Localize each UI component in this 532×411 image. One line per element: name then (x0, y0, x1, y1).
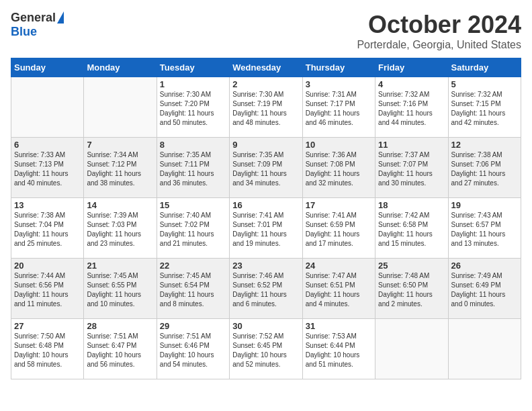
day-info: Sunrise: 7:30 AM Sunset: 7:20 PM Dayligh… (160, 90, 226, 128)
day-number: 8 (160, 140, 226, 150)
day-cell: 15Sunrise: 7:40 AM Sunset: 7:02 PM Dayli… (157, 198, 229, 259)
day-info: Sunrise: 7:44 AM Sunset: 6:56 PM Dayligh… (14, 271, 81, 309)
day-cell: 5Sunrise: 7:32 AM Sunset: 7:15 PM Daylig… (448, 77, 521, 138)
day-cell: 31Sunrise: 7:53 AM Sunset: 6:44 PM Dayli… (302, 319, 375, 379)
day-info: Sunrise: 7:53 AM Sunset: 6:44 PM Dayligh… (306, 332, 372, 369)
day-info: Sunrise: 7:52 AM Sunset: 6:45 PM Dayligh… (232, 332, 299, 369)
day-number: 26 (451, 261, 518, 271)
day-cell: 11Sunrise: 7:37 AM Sunset: 7:07 PM Dayli… (375, 138, 448, 198)
day-number: 1 (160, 79, 226, 89)
day-cell (84, 77, 157, 138)
day-number: 25 (378, 261, 445, 271)
day-cell: 9Sunrise: 7:35 AM Sunset: 7:09 PM Daylig… (230, 138, 302, 198)
day-cell: 22Sunrise: 7:45 AM Sunset: 6:54 PM Dayli… (157, 259, 229, 319)
day-info: Sunrise: 7:33 AM Sunset: 7:13 PM Dayligh… (14, 150, 81, 188)
day-cell: 18Sunrise: 7:42 AM Sunset: 6:58 PM Dayli… (375, 198, 448, 259)
day-info: Sunrise: 7:43 AM Sunset: 6:57 PM Dayligh… (451, 211, 518, 248)
day-number: 31 (306, 321, 372, 331)
day-number: 10 (306, 140, 372, 150)
day-cell: 8Sunrise: 7:35 AM Sunset: 7:11 PM Daylig… (157, 138, 229, 198)
day-number: 16 (232, 200, 299, 210)
title-block: October 2024 Porterdale, Georgia, United… (357, 11, 521, 51)
day-info: Sunrise: 7:37 AM Sunset: 7:07 PM Dayligh… (378, 150, 445, 188)
day-cell (11, 77, 84, 138)
day-number: 5 (451, 79, 518, 89)
day-number: 11 (378, 140, 445, 150)
day-cell: 20Sunrise: 7:44 AM Sunset: 6:56 PM Dayli… (11, 259, 84, 319)
day-number: 6 (14, 140, 81, 150)
day-info: Sunrise: 7:30 AM Sunset: 7:19 PM Dayligh… (232, 90, 299, 128)
day-number: 19 (451, 200, 518, 210)
day-info: Sunrise: 7:35 AM Sunset: 7:11 PM Dayligh… (160, 150, 226, 188)
day-info: Sunrise: 7:51 AM Sunset: 6:46 PM Dayligh… (160, 332, 226, 369)
weekday-header-row: SundayMondayTuesdayWednesdayThursdayFrid… (11, 58, 521, 77)
day-number: 14 (87, 200, 153, 210)
day-cell: 25Sunrise: 7:48 AM Sunset: 6:50 PM Dayli… (375, 259, 448, 319)
day-info: Sunrise: 7:45 AM Sunset: 6:55 PM Dayligh… (87, 271, 153, 309)
day-cell (375, 319, 448, 379)
week-row-5: 27Sunrise: 7:50 AM Sunset: 6:48 PM Dayli… (11, 319, 521, 379)
weekday-header-tuesday: Tuesday (157, 58, 229, 77)
header: General Blue October 2024 Porterdale, Ge… (11, 11, 521, 51)
day-cell: 27Sunrise: 7:50 AM Sunset: 6:48 PM Dayli… (11, 319, 84, 379)
weekday-header-thursday: Thursday (302, 58, 375, 77)
day-cell: 4Sunrise: 7:32 AM Sunset: 7:16 PM Daylig… (375, 77, 448, 138)
month-title: October 2024 (357, 11, 521, 39)
location: Porterdale, Georgia, United States (357, 39, 521, 51)
day-number: 9 (232, 140, 299, 150)
weekday-header-monday: Monday (84, 58, 157, 77)
week-row-2: 6Sunrise: 7:33 AM Sunset: 7:13 PM Daylig… (11, 138, 521, 198)
day-cell: 6Sunrise: 7:33 AM Sunset: 7:13 PM Daylig… (11, 138, 84, 198)
day-info: Sunrise: 7:31 AM Sunset: 7:17 PM Dayligh… (306, 90, 372, 128)
day-number: 27 (14, 321, 81, 331)
logo: General Blue (11, 11, 64, 39)
day-cell: 26Sunrise: 7:49 AM Sunset: 6:49 PM Dayli… (448, 259, 521, 319)
day-info: Sunrise: 7:51 AM Sunset: 6:47 PM Dayligh… (87, 332, 153, 369)
day-info: Sunrise: 7:34 AM Sunset: 7:12 PM Dayligh… (87, 150, 153, 188)
day-number: 24 (306, 261, 372, 271)
day-number: 13 (14, 200, 81, 210)
day-cell: 14Sunrise: 7:39 AM Sunset: 7:03 PM Dayli… (84, 198, 157, 259)
day-number: 22 (160, 261, 226, 271)
day-number: 4 (378, 79, 445, 89)
day-info: Sunrise: 7:45 AM Sunset: 6:54 PM Dayligh… (160, 271, 226, 309)
day-info: Sunrise: 7:41 AM Sunset: 7:01 PM Dayligh… (232, 211, 299, 248)
day-number: 3 (306, 79, 372, 89)
week-row-4: 20Sunrise: 7:44 AM Sunset: 6:56 PM Dayli… (11, 259, 521, 319)
logo-triangle-icon (57, 11, 64, 24)
day-cell: 30Sunrise: 7:52 AM Sunset: 6:45 PM Dayli… (230, 319, 302, 379)
day-info: Sunrise: 7:32 AM Sunset: 7:16 PM Dayligh… (378, 90, 445, 128)
day-number: 2 (232, 79, 299, 89)
day-cell: 16Sunrise: 7:41 AM Sunset: 7:01 PM Dayli… (230, 198, 302, 259)
day-cell: 3Sunrise: 7:31 AM Sunset: 7:17 PM Daylig… (302, 77, 375, 138)
day-info: Sunrise: 7:48 AM Sunset: 6:50 PM Dayligh… (378, 271, 445, 309)
day-cell: 23Sunrise: 7:46 AM Sunset: 6:52 PM Dayli… (230, 259, 302, 319)
day-number: 29 (160, 321, 226, 331)
day-number: 23 (232, 261, 299, 271)
day-info: Sunrise: 7:38 AM Sunset: 7:06 PM Dayligh… (451, 150, 518, 188)
weekday-header-wednesday: Wednesday (230, 58, 302, 77)
day-number: 30 (232, 321, 299, 331)
day-info: Sunrise: 7:38 AM Sunset: 7:04 PM Dayligh… (14, 211, 81, 248)
day-info: Sunrise: 7:49 AM Sunset: 6:49 PM Dayligh… (451, 271, 518, 309)
day-cell: 17Sunrise: 7:41 AM Sunset: 6:59 PM Dayli… (302, 198, 375, 259)
day-info: Sunrise: 7:40 AM Sunset: 7:02 PM Dayligh… (160, 211, 226, 248)
day-number: 17 (306, 200, 372, 210)
day-cell: 21Sunrise: 7:45 AM Sunset: 6:55 PM Dayli… (84, 259, 157, 319)
day-cell: 29Sunrise: 7:51 AM Sunset: 6:46 PM Dayli… (157, 319, 229, 379)
day-info: Sunrise: 7:47 AM Sunset: 6:51 PM Dayligh… (306, 271, 372, 309)
calendar: SundayMondayTuesdayWednesdayThursdayFrid… (11, 58, 521, 379)
weekday-header-sunday: Sunday (11, 58, 84, 77)
day-number: 15 (160, 200, 226, 210)
day-cell: 13Sunrise: 7:38 AM Sunset: 7:04 PM Dayli… (11, 198, 84, 259)
day-cell: 28Sunrise: 7:51 AM Sunset: 6:47 PM Dayli… (84, 319, 157, 379)
day-cell: 1Sunrise: 7:30 AM Sunset: 7:20 PM Daylig… (157, 77, 229, 138)
day-info: Sunrise: 7:35 AM Sunset: 7:09 PM Dayligh… (232, 150, 299, 188)
day-cell: 2Sunrise: 7:30 AM Sunset: 7:19 PM Daylig… (230, 77, 302, 138)
day-number: 20 (14, 261, 81, 271)
logo-general-text: General (11, 11, 56, 25)
day-number: 21 (87, 261, 153, 271)
day-number: 12 (451, 140, 518, 150)
day-number: 7 (87, 140, 153, 150)
day-number: 28 (87, 321, 153, 331)
